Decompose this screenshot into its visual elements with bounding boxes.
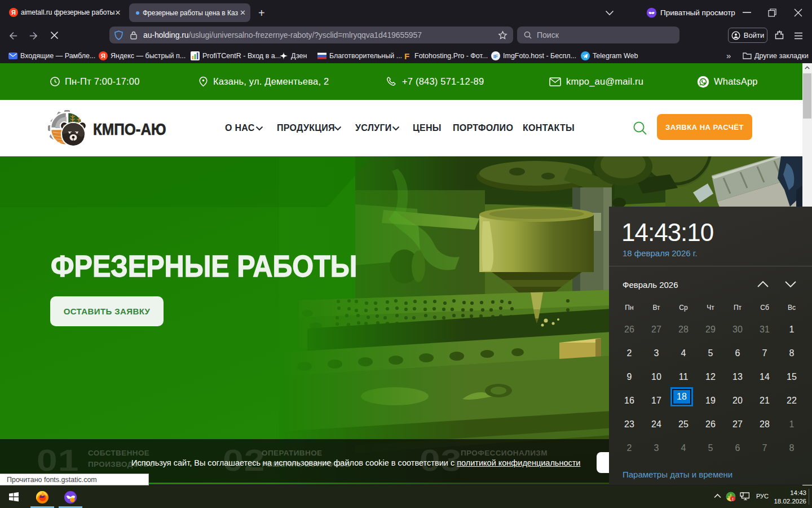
svg-text:IF: IF [493,53,498,59]
svg-text:Я: Я [11,9,16,16]
svg-text:F: F [404,51,409,60]
svg-text:!: ! [732,497,734,502]
svg-text:Я: Я [101,52,105,59]
